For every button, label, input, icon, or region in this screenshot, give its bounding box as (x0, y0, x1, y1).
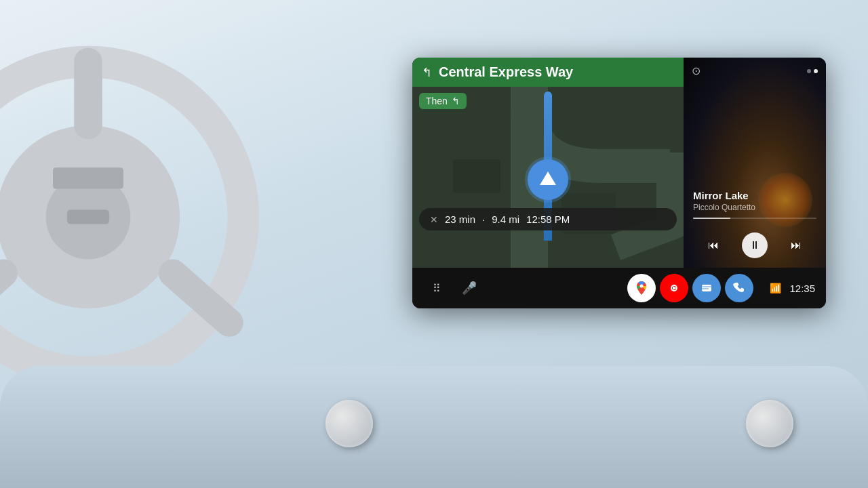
next-button[interactable]: ⏭ (783, 232, 809, 258)
knob-right[interactable] (746, 400, 793, 447)
music-top-icons: ⊙ (684, 58, 826, 84)
android-auto-screen: ↰ Central Express Way Then ↰ ✕ (412, 58, 826, 308)
prev-button[interactable]: ⏮ (701, 232, 726, 258)
steering-wheel (0, 41, 264, 393)
dot-1 (807, 69, 811, 73)
track-artist: Piccolo Quartetto (693, 203, 816, 212)
svg-point-12 (640, 285, 644, 288)
eta-separator: · (482, 214, 485, 225)
microphone-button[interactable]: 🎤 (456, 274, 483, 302)
then-text: Then (426, 96, 448, 106)
nav-instruction-bar: ↰ Central Express Way (412, 58, 684, 87)
pause-button[interactable]: ⏸ (742, 232, 768, 258)
signal-icon: 📶 (770, 283, 781, 293)
then-arrow-icon: ↰ (452, 96, 460, 106)
dashboard-shelf (0, 366, 868, 488)
eta-distance: 9.4 mi (492, 214, 519, 225)
youtube-music-app-icon[interactable] (660, 274, 688, 302)
navigation-panel: ↰ Central Express Way Then ↰ ✕ (412, 58, 684, 268)
turn-arrow-icon: ↰ (422, 65, 432, 80)
phone-app-icon[interactable] (725, 274, 753, 302)
then-label: Then ↰ (419, 93, 467, 109)
svg-rect-18 (702, 285, 711, 291)
car-interior: ↰ Central Express Way Then ↰ ✕ (0, 0, 868, 488)
pagination-dots (807, 64, 818, 77)
maps-app-icon[interactable] (627, 274, 656, 302)
progress-bar (693, 218, 816, 219)
dot-2 (814, 69, 818, 73)
direction-arrow-icon (540, 171, 556, 185)
track-title: Mirror Lake (693, 190, 816, 201)
clock-display: 12:35 (789, 283, 815, 294)
cast-icon[interactable]: ⊙ (692, 64, 701, 77)
street-name: Central Express Way (439, 64, 674, 80)
main-content: ↰ Central Express Way Then ↰ ✕ (412, 58, 826, 268)
music-panel: ⊙ Mirror Lake Piccolo Quartetto (684, 58, 826, 268)
track-info: Mirror Lake Piccolo Quartetto (684, 183, 826, 226)
svg-line-3 (0, 273, 3, 323)
svg-rect-6 (67, 210, 109, 224)
svg-rect-10 (453, 159, 500, 193)
eta-clock: 12:58 PM (526, 214, 570, 225)
bottom-bar: ⠿ 🎤 (412, 268, 826, 308)
apps-grid-button[interactable]: ⠿ (423, 274, 450, 302)
progress-fill (693, 218, 730, 219)
playback-controls: ⏮ ⏸ ⏭ (684, 226, 826, 268)
location-marker (528, 159, 568, 200)
app-icons (627, 274, 753, 302)
knob-left[interactable] (326, 400, 373, 447)
svg-rect-7 (53, 167, 123, 188)
messages-app-icon[interactable] (692, 274, 721, 302)
eta-minutes: 23 min (445, 214, 475, 225)
close-nav-icon[interactable]: ✕ (430, 214, 438, 225)
eta-bar: ✕ 23 min · 9.4 mi 12:58 PM (419, 208, 677, 230)
location-circle (528, 159, 568, 200)
svg-point-21 (731, 280, 747, 296)
